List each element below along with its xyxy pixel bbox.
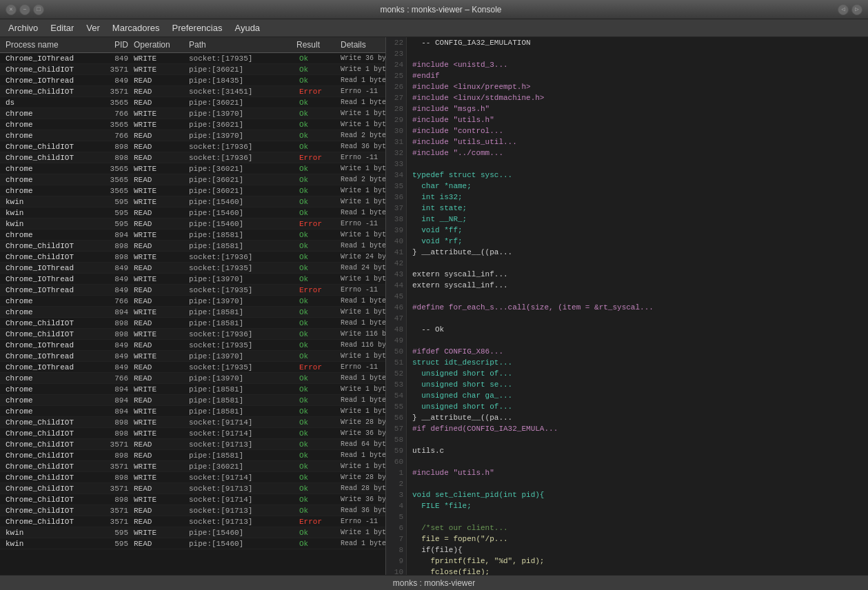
table-row[interactable]: Chrome_ChildIOT 898 READ pipe:[18581] Ok… bbox=[0, 450, 385, 461]
menu-ayuda[interactable]: Ayuda bbox=[229, 21, 265, 34]
cell-process: kwin bbox=[0, 198, 97, 206]
cell-result: Ok bbox=[296, 231, 338, 239]
table-row[interactable]: chrome 766 WRITE pipe:[13970] Ok Write 1… bbox=[0, 108, 385, 119]
table-row[interactable]: Chrome_ChildIOT 898 READ socket:[17936] … bbox=[0, 152, 385, 163]
cell-pid: 849 bbox=[97, 341, 131, 349]
table-row[interactable]: Chrome_ChildIOT 898 WRITE socket:[17936]… bbox=[0, 329, 385, 340]
cell-result: Ok bbox=[296, 275, 338, 283]
code-line: /*set our client... bbox=[412, 522, 868, 533]
menu-archivo[interactable]: Archivo bbox=[3, 21, 43, 34]
table-row[interactable]: Chrome_ChildIOT 898 READ pipe:[18581] Ok… bbox=[0, 318, 385, 329]
cell-process: Chrome_ChildIOT bbox=[0, 429, 97, 438]
table-row[interactable]: chrome 894 WRITE pipe:[18581] Ok Write 1… bbox=[0, 384, 385, 395]
menu-marcadores[interactable]: Marcadores bbox=[107, 21, 165, 34]
table-row[interactable]: kwin 595 WRITE pipe:[15460] Ok Write 1 b… bbox=[0, 196, 385, 207]
cell-details: Read 1 bytes (was requested to read 1) bbox=[338, 77, 385, 84]
menu-ver[interactable]: Ver bbox=[81, 21, 105, 34]
table-row[interactable]: Chrome_ChildIOT 3571 READ socket:[91713]… bbox=[0, 505, 385, 516]
table-row[interactable]: Chrome_IOThread 849 READ pipe:[18435] Ok… bbox=[0, 75, 385, 86]
table-row[interactable]: chrome 3565 WRITE pipe:[36021] Ok Write … bbox=[0, 185, 385, 196]
table-row[interactable]: Chrome_ChildIOT 898 READ socket:[17936] … bbox=[0, 141, 385, 152]
code-line: unsigned char ga_... bbox=[412, 390, 868, 401]
table-row[interactable]: chrome 766 READ pipe:[13970] Ok Read 1 b… bbox=[0, 296, 385, 307]
table-row[interactable]: Chrome_IOThread 849 READ socket:[17935] … bbox=[0, 340, 385, 351]
table-row[interactable]: Chrome_ChildIOT 3571 READ socket:[91713]… bbox=[0, 439, 385, 450]
cell-pid: 595 bbox=[97, 220, 131, 228]
table-row[interactable]: kwin 595 WRITE pipe:[15460] Ok Write 1 b… bbox=[0, 527, 385, 538]
cell-path: pipe:[18581] bbox=[186, 396, 296, 405]
window-controls[interactable]: ✕ – □ bbox=[6, 4, 44, 15]
table-row[interactable]: kwin 595 READ pipe:[15460] Error Errno -… bbox=[0, 218, 385, 230]
maximize-btn[interactable]: □ bbox=[33, 4, 44, 15]
table-row[interactable]: Chrome_IOThread 849 WRITE socket:[17935]… bbox=[0, 53, 385, 64]
code-line bbox=[412, 291, 868, 302]
cell-path: socket:[17935] bbox=[186, 286, 296, 294]
table-row[interactable]: Chrome_ChildIOT 898 WRITE socket:[17936]… bbox=[0, 252, 385, 263]
table-row[interactable]: chrome 894 WRITE pipe:[18581] Ok Write 1… bbox=[0, 230, 385, 241]
table-row[interactable]: Chrome_ChildIOT 3571 READ socket:[31451]… bbox=[0, 86, 385, 97]
cell-details: Write 1 bytes (was requested to write 1) bbox=[338, 385, 385, 393]
cell-result: Ok bbox=[296, 474, 338, 482]
table-row[interactable]: Chrome_ChildIOT 898 WRITE socket:[91714]… bbox=[0, 494, 385, 505]
cell-process: chrome bbox=[0, 187, 97, 195]
table-row[interactable]: Chrome_ChildIOT 3571 READ socket:[91713]… bbox=[0, 516, 385, 527]
minimize-btn[interactable]: – bbox=[19, 4, 30, 15]
table-row[interactable]: Chrome_ChildIOT 898 READ pipe:[18581] Ok… bbox=[0, 241, 385, 252]
table-row[interactable]: Chrome_IOThread 849 READ socket:[17935] … bbox=[0, 285, 385, 296]
line-number: 52 bbox=[389, 368, 403, 379]
table-row[interactable]: Chrome_ChildIOT 898 WRITE socket:[91714]… bbox=[0, 428, 385, 439]
nav-right-btn[interactable]: ▷ bbox=[851, 4, 862, 15]
table-row[interactable]: Chrome_IOThread 849 WRITE pipe:[13970] O… bbox=[0, 274, 385, 285]
cell-process: Chrome_IOThread bbox=[0, 363, 97, 372]
cell-path: pipe:[18581] bbox=[186, 308, 296, 316]
line-number: 23 bbox=[389, 48, 403, 59]
table-row[interactable]: Chrome_ChildIOT 3571 READ socket:[91713]… bbox=[0, 483, 385, 494]
table-row[interactable]: Chrome_ChildIOT 898 WRITE socket:[91714]… bbox=[0, 417, 385, 428]
table-row[interactable]: Chrome_ChildIOT 898 WRITE socket:[91714]… bbox=[0, 472, 385, 483]
line-number: 32 bbox=[389, 148, 403, 159]
menu-editar[interactable]: Editar bbox=[45, 21, 79, 34]
code-line bbox=[412, 48, 868, 59]
code-line bbox=[412, 159, 868, 170]
code-line bbox=[412, 434, 868, 445]
code-line: #if defined(CONFIG_IA32_EMULA... bbox=[412, 423, 868, 434]
table-row[interactable]: chrome 894 WRITE pipe:[18581] Ok Write 1… bbox=[0, 307, 385, 318]
table-row[interactable]: chrome 894 READ pipe:[18581] Ok Read 1 b… bbox=[0, 395, 385, 406]
process-monitor-panel: Process name PID Operation Path Result D… bbox=[0, 37, 386, 575]
table-row[interactable]: chrome 3565 WRITE pipe:[36021] Ok Write … bbox=[0, 163, 385, 174]
table-row[interactable]: kwin 595 READ pipe:[15460] Ok Read 1 byt… bbox=[0, 538, 385, 549]
table-row[interactable]: kwin 595 READ pipe:[15460] Ok Read 1 byt… bbox=[0, 207, 385, 218]
cell-result: Ok bbox=[296, 540, 338, 548]
table-row[interactable]: ds 3565 READ pipe:[36021] Ok Read 1 byte… bbox=[0, 97, 385, 108]
line-number: 48 bbox=[389, 324, 403, 335]
cell-operation: WRITE bbox=[131, 308, 186, 316]
menu-bar: Archivo Editar Ver Marcadores Preferenci… bbox=[0, 19, 868, 37]
nav-left-btn[interactable]: ◁ bbox=[838, 4, 849, 15]
table-row[interactable]: Chrome_IOThread 849 WRITE pipe:[13970] O… bbox=[0, 351, 385, 362]
table-row[interactable]: Chrome_IOThread 849 READ socket:[17935] … bbox=[0, 362, 385, 373]
code-line: #include "msgs.h" bbox=[412, 103, 868, 114]
table-row[interactable]: chrome 894 WRITE pipe:[18581] Ok Write 1… bbox=[0, 406, 385, 417]
table-row[interactable]: chrome 766 READ pipe:[13970] Ok Read 1 b… bbox=[0, 373, 385, 384]
table-row[interactable]: chrome 766 READ pipe:[13970] Ok Read 2 b… bbox=[0, 130, 385, 141]
table-row[interactable]: Chrome_IOThread 849 READ socket:[17935] … bbox=[0, 263, 385, 274]
cell-details: Write 1 bytes (was requested to write 1) bbox=[338, 121, 385, 128]
code-line: -- Ok bbox=[412, 324, 868, 335]
table-row[interactable]: chrome 3565 READ pipe:[36021] Ok Read 2 … bbox=[0, 174, 385, 185]
code-area[interactable]: 2223242526272829303132333435363738394041… bbox=[386, 37, 868, 575]
cell-path: pipe:[13970] bbox=[186, 297, 296, 305]
code-line: struct idt_descript... bbox=[412, 357, 868, 368]
line-number: 41 bbox=[389, 247, 403, 258]
close-btn[interactable]: ✕ bbox=[6, 4, 17, 15]
cell-pid: 3571 bbox=[97, 65, 131, 74]
cell-pid: 898 bbox=[97, 154, 131, 162]
table-row[interactable]: Chrome_ChildIOT 3571 WRITE pipe:[36021] … bbox=[0, 461, 385, 472]
cell-pid: 894 bbox=[97, 396, 131, 405]
process-table-body[interactable]: Chrome_IOThread 849 WRITE socket:[17935]… bbox=[0, 53, 385, 575]
code-line: void *ff; bbox=[412, 225, 868, 236]
code-line: #include <unistd_3... bbox=[412, 59, 868, 70]
table-row[interactable]: chrome 3565 WRITE pipe:[36021] Ok Write … bbox=[0, 119, 385, 130]
table-row[interactable]: Chrome_ChildIOT 3571 WRITE pipe:[36021] … bbox=[0, 64, 385, 75]
menu-preferencias[interactable]: Preferencias bbox=[166, 21, 228, 34]
cell-path: pipe:[13970] bbox=[186, 110, 296, 118]
